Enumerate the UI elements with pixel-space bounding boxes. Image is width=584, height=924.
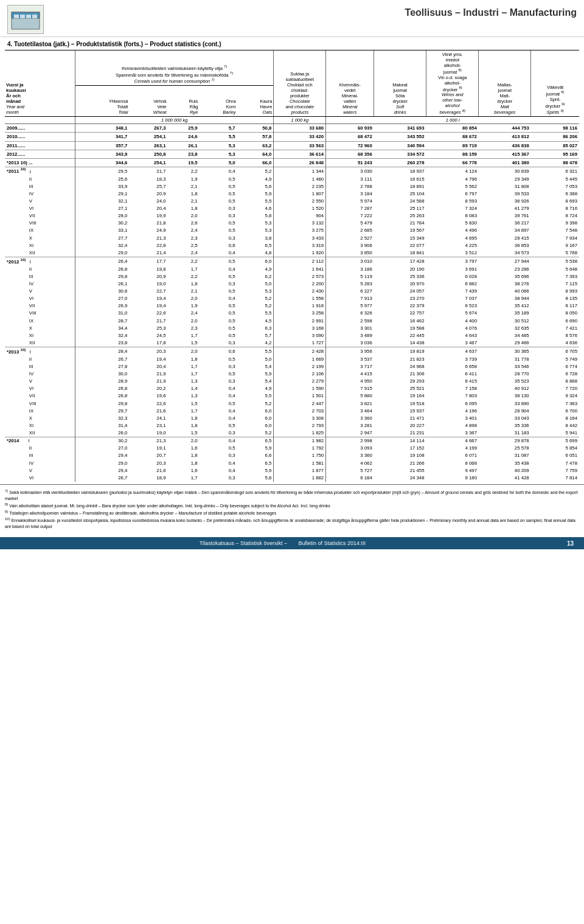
- cell-mineral: 3 301: [326, 325, 374, 332]
- cell-oats: 5,5: [237, 347, 274, 356]
- cell-barley: 0,6: [200, 242, 237, 249]
- month-row: *2013 10) I28,420,32,00,65,52 4283 95619…: [5, 347, 579, 356]
- row-label: XII: [5, 429, 75, 437]
- cell-oats: 4,9: [237, 176, 274, 183]
- cell-malt: 28 904: [479, 408, 531, 415]
- cell-wheat: 254,1: [129, 133, 167, 141]
- cell-chocolate: 36 614: [274, 150, 326, 158]
- cell-chocolate: 33 420: [274, 133, 326, 141]
- cell-soft: 22 445: [374, 332, 426, 339]
- cell-wines: 6 523: [426, 302, 479, 310]
- cell-total: 31,4: [75, 422, 129, 429]
- cell-wheat: 20,9: [129, 190, 167, 198]
- cell-malt: 38 130: [479, 392, 531, 400]
- cell-rye: 1,8: [168, 190, 200, 198]
- cell-barley: 5,0: [200, 158, 237, 167]
- cereals-unit: 1 000 000 kg: [75, 116, 273, 124]
- cell-spirits: 8 117: [531, 302, 579, 310]
- cell-total: 29,5: [75, 167, 129, 175]
- year-row: *2013 10) ...344,6254,119,55,066,026 848…: [5, 158, 579, 167]
- month-row: IX28,721,72,00,54,52 9912 59816 4624 400…: [5, 318, 579, 325]
- cell-oats: 5,9: [237, 445, 274, 452]
- month-row: V29,421,61,60,45,91 8775 72721 4559 4974…: [5, 467, 579, 474]
- cell-oats: 5,8: [237, 212, 274, 220]
- cell-spirits: 6 388: [531, 190, 579, 198]
- cell-malt: 38 944: [479, 295, 531, 302]
- cell-soft: 341 693: [374, 124, 426, 133]
- cell-spirits: 6 051: [531, 452, 579, 459]
- cell-oats: 6,0: [237, 422, 274, 429]
- cell-total: 30,0: [75, 370, 129, 378]
- cell-wheat: 20,3: [129, 347, 167, 356]
- cell-chocolate: 3 132: [274, 220, 326, 227]
- month-row: IV29,020,31,80,46,51 5814 06221 2668 068…: [5, 460, 579, 467]
- cell-oats: 5,0: [237, 280, 274, 288]
- cell-wines: 4 496: [426, 227, 479, 234]
- cell-malt: 401 380: [479, 158, 531, 167]
- cell-wines: 4 076: [426, 325, 479, 332]
- cell-malt: 29 878: [479, 437, 531, 445]
- month-row: XI31,423,11,80,56,02 7933 28120 2274 898…: [5, 422, 579, 429]
- cell-wines: 5 562: [426, 183, 479, 190]
- cell-wheat: 21,3: [129, 437, 167, 445]
- cell-total: 28,0: [75, 212, 129, 220]
- cell-barley: 0,5: [200, 198, 237, 205]
- row-label: X: [5, 325, 75, 332]
- cell-chocolate: 26 848: [274, 158, 326, 167]
- row-label: 2010......: [5, 133, 75, 141]
- cell-spirits: 95 169: [531, 150, 579, 158]
- cell-wheat: 22,7: [129, 288, 167, 295]
- svg-rect-5: [32, 15, 37, 18]
- cell-soft: 22 379: [374, 302, 426, 310]
- cell-oats: 5,5: [237, 198, 274, 205]
- row-label: III: [5, 363, 75, 370]
- cell-wines: 80 854: [426, 124, 479, 133]
- cell-wheat: 21,8: [129, 220, 167, 227]
- cell-malt: 39 533: [479, 190, 531, 198]
- cell-wheat: 18,9: [129, 474, 167, 482]
- month-row: III29,420,71,80,36,61 7503 36019 1086 07…: [5, 452, 579, 459]
- cell-wines: 6 797: [426, 190, 479, 198]
- cell-wheat: 24,0: [129, 198, 167, 205]
- cell-mineral: 3 184: [326, 190, 374, 198]
- row-label: IV: [5, 370, 75, 378]
- cell-soft: 20 227: [374, 422, 426, 429]
- cell-total: 29,7: [75, 408, 129, 415]
- cell-rye: 2,5: [168, 242, 200, 249]
- cell-wines: 4 124: [426, 167, 479, 175]
- cell-wines: 8 593: [426, 198, 479, 205]
- cell-mineral: 3 821: [326, 400, 374, 408]
- cell-chocolate: 2 703: [274, 408, 326, 415]
- year-row: 2011......357,7263,126,15,363,233 56372 …: [5, 141, 579, 150]
- cell-soft: 260 278: [374, 158, 426, 167]
- cell-malt: 35 438: [479, 460, 531, 467]
- cell-malt: 27 944: [479, 257, 531, 265]
- cell-chocolate: 2 279: [274, 378, 326, 385]
- cell-rye: 2,1: [168, 183, 200, 190]
- year-row: 2009......348,1267,325,95,750,833 68060 …: [5, 124, 579, 133]
- statistics-table: Vuosi jakuukausiÅr ochmånad Year andmont…: [5, 50, 579, 482]
- cell-total: 29,4: [75, 467, 129, 474]
- row-label: VIII: [5, 400, 75, 408]
- cell-soft: 19 108: [374, 452, 426, 459]
- cell-barley: 0,5: [200, 422, 237, 429]
- cell-malt: 35 412: [479, 302, 531, 310]
- year-row: 2010......341,7254,124,65,557,833 42068 …: [5, 133, 579, 141]
- units-row: 1 000 000 kg 1 000 kg 1 000 l: [5, 116, 579, 124]
- cell-soft: 21 823: [374, 356, 426, 363]
- cell-wines: 7 037: [426, 295, 479, 302]
- row-label: XI: [5, 422, 75, 429]
- cell-rye: 1,7: [168, 474, 200, 482]
- cell-oats: 63,2: [237, 141, 274, 150]
- cell-soft: 340 594: [374, 141, 426, 150]
- cell-barley: 0,5: [200, 318, 237, 325]
- row-label: 2009......: [5, 124, 75, 133]
- cell-spirits: 6 728: [531, 370, 579, 378]
- header-title: Teollisuus – Industri – Manufacturing: [405, 5, 577, 18]
- cell-malt: 444 753: [479, 124, 531, 133]
- cell-wines: 66 778: [426, 158, 479, 167]
- cell-malt: 34 485: [479, 332, 531, 339]
- cell-total: 27,0: [75, 445, 129, 452]
- cell-wines: 8 083: [426, 212, 479, 220]
- cell-wheat: 21,7: [129, 318, 167, 325]
